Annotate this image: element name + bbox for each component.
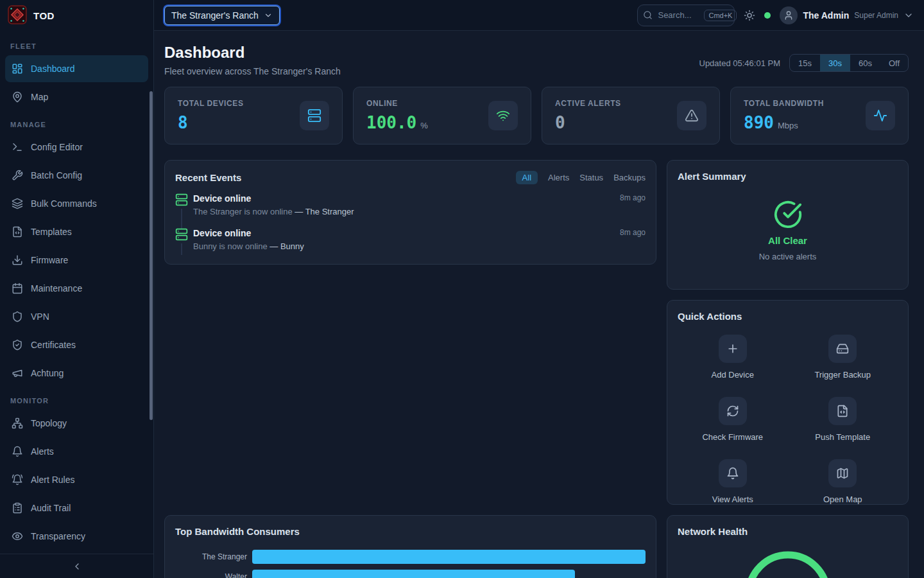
event-time: 8m ago <box>620 193 646 216</box>
alert-summary-detail: No active alerts <box>759 252 817 261</box>
wrench-icon <box>12 170 23 181</box>
sidebar-item-certificates[interactable]: Certificates <box>5 331 148 358</box>
sidebar-item-audit-trail[interactable]: Audit Trail <box>5 495 148 521</box>
sidebar-item-batch-config[interactable]: Batch Config <box>5 162 148 189</box>
sidebar-item-label: Alert Rules <box>31 475 74 485</box>
filter-all[interactable]: All <box>516 171 538 184</box>
quick-action-label: Add Device <box>712 370 754 380</box>
sidebar-item-map[interactable]: Map <box>5 83 148 110</box>
sidebar-item-dashboard[interactable]: Dashboard <box>5 55 148 82</box>
quick-action-label: Check Firmware <box>702 432 763 442</box>
view-alerts-button[interactable]: View Alerts <box>678 459 788 504</box>
server-icon <box>175 228 193 241</box>
brand-logo-icon <box>8 5 27 26</box>
refresh-off-button[interactable]: Off <box>880 55 908 71</box>
alert-summary-title: Alert Summary <box>678 171 898 182</box>
activity-icon <box>866 101 895 130</box>
sidebar-item-config-editor[interactable]: Config Editor <box>5 134 148 161</box>
bandwidth-bar <box>252 570 575 578</box>
user-name: The Admin <box>803 10 849 21</box>
timeline-connector <box>181 209 182 229</box>
event-message: The Stranger is now online <box>193 207 293 216</box>
sidebar-item-topology[interactable]: Topology <box>5 410 148 437</box>
sidebar-item-label: Templates <box>31 227 72 237</box>
sidebar-item-label: Transparency <box>31 531 85 541</box>
chevron-down-icon <box>264 11 273 20</box>
filter-status[interactable]: Status <box>579 173 603 182</box>
content: Dashboard Fleet overview across The Stra… <box>154 31 924 578</box>
sidebar-item-vpn[interactable]: VPN <box>5 303 148 330</box>
clipboard-list-icon <box>12 502 23 514</box>
filter-backups[interactable]: Backups <box>613 173 646 182</box>
quick-action-label: Open Map <box>823 495 862 504</box>
refresh-15s-button[interactable]: 15s <box>790 55 820 71</box>
add-device-button[interactable]: Add Device <box>678 335 788 380</box>
updated-timestamp: Updated 05:46:01 PM <box>699 58 780 68</box>
sidebar-item-transparency[interactable]: Transparency <box>5 523 148 550</box>
search-box[interactable]: Cmd+K <box>637 4 735 26</box>
connection-status-dot <box>764 12 771 19</box>
avatar <box>780 6 798 24</box>
refresh-30s-button[interactable]: 30s <box>820 55 850 71</box>
network-health-gauge: 100 <box>678 548 898 578</box>
sidebar-item-label: Dashboard <box>31 64 75 74</box>
plus-icon <box>719 335 747 363</box>
alert-summary-panel: Alert Summary All Clear No active alerts <box>667 160 909 290</box>
megaphone-icon <box>12 367 23 379</box>
sidebar-item-achtung[interactable]: Achtung <box>5 360 148 387</box>
user-role: Super Admin <box>854 11 898 20</box>
sidebar-scrollbar[interactable] <box>150 91 153 420</box>
panels-grid: Recent Events All Alerts Status Backups <box>164 160 909 578</box>
stat-active-alerts: ACTIVE ALERTS 0 <box>542 87 720 144</box>
sidebar-item-alert-rules[interactable]: Alert Rules <box>5 466 148 493</box>
sidebar-item-label: Bulk Commands <box>31 198 97 209</box>
recent-events-panel: Recent Events All Alerts Status Backups <box>164 160 656 265</box>
shield-check-icon <box>12 339 23 351</box>
stat-value: 100.0 <box>366 113 416 132</box>
refresh-icon <box>719 397 747 425</box>
stat-value: 8 <box>178 113 188 132</box>
page-header: Dashboard Fleet overview across The Stra… <box>164 44 909 76</box>
trigger-backup-button[interactable]: Trigger Backup <box>788 335 898 380</box>
calendar-icon <box>12 283 23 294</box>
sidebar-item-firmware[interactable]: Firmware <box>5 247 148 274</box>
refresh-60s-button[interactable]: 60s <box>850 55 880 71</box>
bell-ring-icon <box>12 474 23 486</box>
alert-summary-status: All Clear <box>768 235 807 246</box>
sidebar-item-alerts[interactable]: Alerts <box>5 438 148 465</box>
event-time: 8m ago <box>620 228 646 251</box>
bandwidth-title: Top Bandwidth Consumers <box>175 526 646 537</box>
topbar-right: Cmd+K The Admin Super Admin <box>637 4 914 26</box>
user-menu[interactable]: The Admin Super Admin <box>780 6 914 24</box>
terminal-icon <box>12 141 23 153</box>
sidebar-collapse-button[interactable] <box>0 554 153 578</box>
health-ring-icon <box>742 548 834 578</box>
recent-events-title: Recent Events <box>175 172 241 183</box>
event-list-item: Device online Bunny is now online — Bunn… <box>175 228 646 254</box>
sidebar-item-templates[interactable]: Templates <box>5 218 148 245</box>
sidebar-item-label: Certificates <box>31 340 76 350</box>
file-code-icon <box>12 226 23 238</box>
theme-toggle-button[interactable] <box>744 10 755 21</box>
stat-unit: Mbps <box>778 121 798 130</box>
bandwidth-bar-row: The Stranger <box>175 550 646 564</box>
sidebar-item-label: Audit Trail <box>31 503 71 513</box>
download-icon <box>12 254 23 266</box>
search-input[interactable] <box>658 10 699 20</box>
sidebar-item-maintenance[interactable]: Maintenance <box>5 275 148 302</box>
filter-alerts[interactable]: Alerts <box>548 173 569 182</box>
quick-action-label: View Alerts <box>712 495 753 504</box>
network-health-title: Network Health <box>678 526 898 537</box>
check-firmware-button[interactable]: Check Firmware <box>678 397 788 442</box>
site-selector[interactable]: The Stranger's Ranch <box>164 6 280 25</box>
event-device: — Bunny <box>270 241 304 251</box>
stat-total-devices: TOTAL DEVICES 8 <box>164 87 343 144</box>
stat-value: 890 <box>744 113 774 132</box>
sidebar: TOD FLEET Dashboard Map MANAGE Config Ed… <box>0 0 154 578</box>
sidebar-item-bulk-commands[interactable]: Bulk Commands <box>5 190 148 217</box>
event-list-item: Device online The Stranger is now online… <box>175 193 646 228</box>
page-title: Dashboard <box>164 44 341 62</box>
open-map-button[interactable]: Open Map <box>788 459 898 504</box>
user-icon <box>783 10 794 21</box>
push-template-button[interactable]: Push Template <box>788 397 898 442</box>
